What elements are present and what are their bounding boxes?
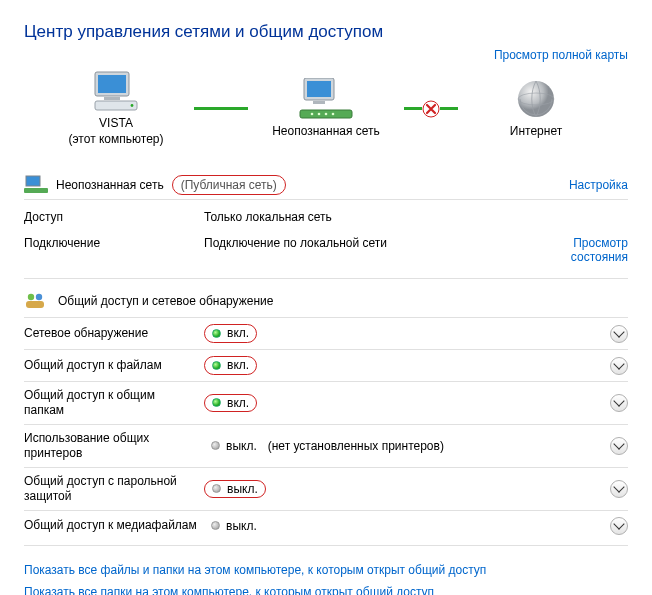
svg-point-9 xyxy=(311,112,314,115)
status-text: выкл. xyxy=(226,518,257,535)
expand-button[interactable] xyxy=(610,437,628,455)
settings-row: Использование общих принтероввыкл.(нет у… xyxy=(24,424,628,467)
network-icon xyxy=(256,78,396,120)
sharing-icon xyxy=(24,291,48,311)
status-dot-off-icon xyxy=(212,484,221,493)
status-dot-on-icon xyxy=(212,329,221,338)
settings-row: Общий доступ к общим папкамвкл. xyxy=(24,381,628,424)
svg-rect-6 xyxy=(307,81,331,97)
setting-label: Использование общих принтеров xyxy=(24,431,204,461)
network-map: VISTA (этот компьютер) Неопознанн xyxy=(24,70,628,147)
svg-rect-17 xyxy=(24,188,48,193)
settings-row: Сетевое обнаружениевкл. xyxy=(24,317,628,349)
access-value: Только локальная сеть xyxy=(204,204,538,230)
svg-rect-20 xyxy=(26,301,44,308)
chevron-down-icon xyxy=(613,519,624,530)
chevron-down-icon xyxy=(613,439,624,450)
setting-value: выкл.(нет установленных принтеров) xyxy=(204,438,610,455)
svg-rect-2 xyxy=(104,97,120,100)
setting-value: вкл. xyxy=(204,324,610,343)
bottom-links: Показать все файлы и папки на этом компь… xyxy=(24,560,628,595)
connection-value: Подключение по локальной сети xyxy=(204,230,538,270)
status-pill: вкл. xyxy=(204,356,257,375)
node-computer-name: VISTA xyxy=(46,116,186,132)
setting-label: Общий доступ к медиафайлам xyxy=(24,518,204,533)
status-pill: вкл. xyxy=(204,324,257,343)
svg-rect-1 xyxy=(98,75,126,93)
setting-label: Сетевое обнаружение xyxy=(24,326,204,341)
status-pill: вкл. xyxy=(204,394,257,413)
node-internet: Интернет xyxy=(466,78,606,140)
settings-row: Общий доступ с парольной защитойвыкл. xyxy=(24,467,628,510)
node-network-name: Неопознанная сеть xyxy=(256,124,396,140)
status-text: вкл. xyxy=(227,357,249,374)
node-network: Неопознанная сеть xyxy=(256,78,396,140)
network-section-header: Неопознанная сеть (Публичная сеть) Настр… xyxy=(24,167,628,200)
status-dot-off-icon xyxy=(211,521,220,530)
setting-value: вкл. xyxy=(204,394,610,413)
setting-value: вкл. xyxy=(204,356,610,375)
setting-label: Общий доступ к общим папкам xyxy=(24,388,204,418)
sharing-section-header: Общий доступ и сетевое обнаружение xyxy=(24,289,628,317)
setting-value: выкл. xyxy=(204,480,610,499)
network-info-table: Доступ Только локальная сеть Подключение… xyxy=(24,204,628,270)
svg-point-18 xyxy=(28,294,34,300)
svg-point-11 xyxy=(325,112,328,115)
settings-list: Сетевое обнаружениевкл.Общий доступ к фа… xyxy=(24,317,628,541)
show-shared-files-folders-link[interactable]: Показать все файлы и папки на этом компь… xyxy=(24,560,628,582)
access-label: Доступ xyxy=(24,204,204,230)
status-extra: (нет установленных принтеров) xyxy=(268,439,444,453)
show-shared-folders-link[interactable]: Показать все папки на этом компьютере, к… xyxy=(24,582,628,595)
svg-point-19 xyxy=(36,294,42,300)
configure-link[interactable]: Настройка xyxy=(569,178,628,192)
connection-label: Подключение xyxy=(24,230,204,270)
globe-icon xyxy=(466,78,606,120)
svg-point-12 xyxy=(332,112,335,115)
settings-row: Общий доступ к файламвкл. xyxy=(24,349,628,381)
link-computer-network xyxy=(194,107,248,110)
svg-point-10 xyxy=(318,112,321,115)
expand-button[interactable] xyxy=(610,480,628,498)
status-pill: выкл. xyxy=(204,480,266,499)
expand-button[interactable] xyxy=(610,357,628,375)
status-dot-on-icon xyxy=(212,361,221,370)
status-text: вкл. xyxy=(227,395,249,412)
expand-button[interactable] xyxy=(610,325,628,343)
svg-point-14 xyxy=(518,81,554,117)
computer-icon xyxy=(46,70,186,112)
network-small-icon xyxy=(24,175,48,195)
status-text: выкл. xyxy=(226,438,257,455)
view-status-link[interactable]: Просмотр состояния xyxy=(571,236,628,264)
sharing-title: Общий доступ и сетевое обнаружение xyxy=(58,294,273,308)
node-computer-caption: (этот компьютер) xyxy=(46,132,186,148)
status-dot-off-icon xyxy=(211,441,220,450)
expand-button[interactable] xyxy=(610,517,628,535)
setting-value: выкл. xyxy=(204,518,610,535)
page-title: Центр управления сетями и общим доступом xyxy=(24,22,628,42)
expand-button[interactable] xyxy=(610,394,628,412)
svg-rect-7 xyxy=(313,101,325,104)
status-pill: выкл. xyxy=(204,438,264,455)
link-network-internet xyxy=(404,100,458,118)
status-text: вкл. xyxy=(227,325,249,342)
status-text: выкл. xyxy=(227,481,258,498)
svg-rect-16 xyxy=(26,176,40,186)
setting-label: Общий доступ к файлам xyxy=(24,358,204,373)
chevron-down-icon xyxy=(613,396,624,407)
x-icon xyxy=(422,100,440,118)
status-pill: выкл. xyxy=(204,518,264,535)
node-internet-name: Интернет xyxy=(466,124,606,140)
setting-label: Общий доступ с парольной защитой xyxy=(24,474,204,504)
page-container: Центр управления сетями и общим доступом… xyxy=(0,0,652,595)
chevron-down-icon xyxy=(613,482,624,493)
chevron-down-icon xyxy=(613,358,624,369)
view-full-map-link[interactable]: Просмотр полной карты xyxy=(494,48,628,62)
settings-row: Общий доступ к медиафайламвыкл. xyxy=(24,510,628,541)
network-name: Неопознанная сеть xyxy=(56,178,164,192)
svg-point-4 xyxy=(131,104,134,107)
node-computer: VISTA (этот компьютер) xyxy=(46,70,186,147)
network-type-badge: (Публичная сеть) xyxy=(172,175,286,195)
chevron-down-icon xyxy=(613,327,624,338)
status-dot-on-icon xyxy=(212,398,221,407)
